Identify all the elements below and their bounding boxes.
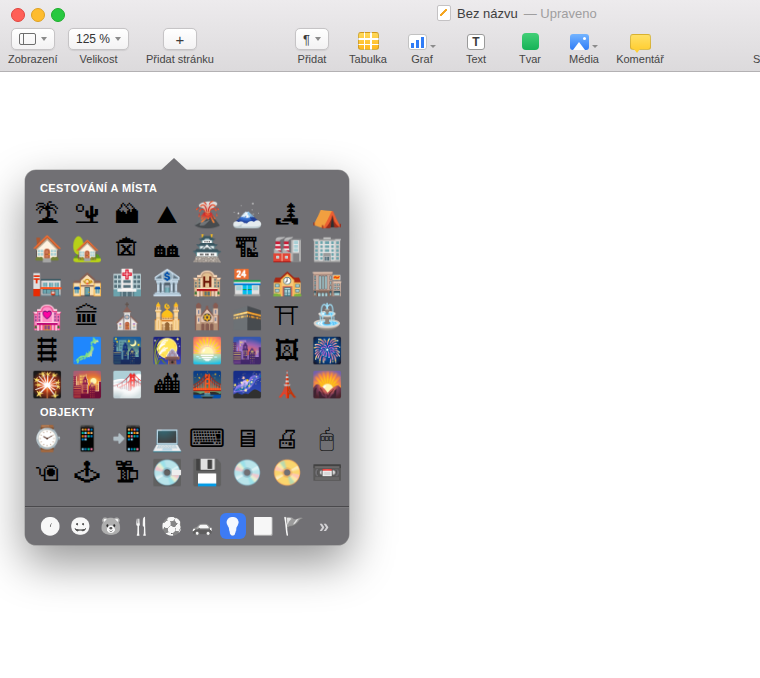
emoji-cell[interactable]: 🏣 [27, 265, 67, 299]
food-category-icon[interactable]: 🍴 [128, 513, 154, 539]
recents-category-icon[interactable]: 🕐 [37, 513, 63, 539]
emoji-cell[interactable]: 🖱 [307, 421, 347, 455]
shape-button[interactable]: Tvar [510, 28, 550, 65]
emoji-cell[interactable]: 🌄 [307, 367, 347, 401]
emoji-cell[interactable]: 🗜 [107, 455, 147, 489]
emoji-cell[interactable]: ⌚ [27, 421, 67, 455]
emoji-cell[interactable]: 🌇 [67, 367, 107, 401]
emoji-cell[interactable]: 🏘 [147, 231, 187, 265]
emoji-cell[interactable]: 💻 [147, 421, 187, 455]
emoji-cell[interactable]: 📲 [107, 421, 147, 455]
insert-label: Přidat [298, 53, 327, 65]
emoji-cell[interactable]: 🗾 [67, 333, 107, 367]
media-label: Média [569, 53, 599, 65]
emoji-cell[interactable]: 🌃 [107, 333, 147, 367]
emoji-cell[interactable]: 🏦 [147, 265, 187, 299]
emoji-cell[interactable]: ⛪ [107, 299, 147, 333]
emoji-cell[interactable]: 🏩 [27, 299, 67, 333]
insert-button[interactable]: ¶ Přidat [295, 28, 329, 65]
text-button[interactable]: T Text [456, 28, 496, 65]
zoom-button[interactable]: 125 % Velikost [68, 28, 129, 65]
emoji-cell[interactable]: 🌆 [227, 333, 267, 367]
chart-button[interactable]: Graf [402, 28, 442, 65]
smileys-glyph: 😀 [70, 518, 91, 535]
travel-category-icon[interactable]: 🚗 [189, 513, 215, 539]
add-page-button[interactable]: + Přidat stránku [146, 28, 214, 65]
emoji-cell[interactable]: 🏥 [107, 265, 147, 299]
smileys-category-icon[interactable]: 😀 [67, 513, 93, 539]
emoji-cell[interactable]: 🏤 [67, 265, 107, 299]
emoji-cell[interactable]: 🏡 [67, 231, 107, 265]
media-icon [570, 34, 589, 50]
emoji-cell[interactable]: 🏯 [187, 231, 227, 265]
comment-icon [630, 34, 651, 50]
emoji-cell[interactable]: 🏙 [147, 367, 187, 401]
media-button[interactable]: Média [562, 28, 606, 65]
emoji-cell[interactable]: 🕹 [67, 455, 107, 489]
emoji-cell[interactable]: 🎆 [307, 333, 347, 367]
shape-label: Tvar [519, 53, 541, 65]
emoji-cell[interactable]: 📱 [67, 421, 107, 455]
emoji-cell[interactable]: 🌋 [187, 197, 227, 231]
emoji-cell[interactable]: 💿 [227, 455, 267, 489]
emoji-cell[interactable]: 🕍 [187, 299, 227, 333]
emoji-cell[interactable]: 🌉 [187, 367, 227, 401]
animals-category-icon[interactable]: 🐻 [98, 513, 124, 539]
emoji-cell[interactable]: 🎑 [147, 333, 187, 367]
emoji-cell[interactable]: 🖨 [267, 421, 307, 455]
emoji-cell[interactable]: 🏔 [107, 197, 147, 231]
emoji-cell[interactable]: 🎇 [27, 367, 67, 401]
emoji-cell[interactable]: 🏭 [267, 231, 307, 265]
emoji-cell[interactable]: 🌌 [227, 367, 267, 401]
emoji-cell[interactable]: 🏫 [267, 265, 307, 299]
minimize-button[interactable] [31, 8, 45, 22]
emoji-cell[interactable]: 🏢 [307, 231, 347, 265]
comment-button[interactable]: Komentář [614, 28, 666, 65]
emoji-cell[interactable]: 🖲 [27, 455, 67, 489]
emoji-cell[interactable]: 💾 [187, 455, 227, 489]
emoji-category-bar: 🕐😀🐻🍴⚽🚗💡🔣🚩» [25, 507, 349, 545]
emoji-cell[interactable]: 🖥 [227, 421, 267, 455]
emoji-cell[interactable]: 🏗 [227, 231, 267, 265]
emoji-cell[interactable]: 🖼 [267, 333, 307, 367]
view-button[interactable]: Zobrazení [8, 28, 58, 65]
emoji-cell[interactable]: 💽 [147, 455, 187, 489]
chevron-down-icon [592, 45, 598, 48]
symbols-glyph: 🔣 [252, 518, 273, 535]
emoji-cell[interactable]: 🏪 [227, 265, 267, 299]
emoji-cell[interactable]: 📼 [307, 455, 347, 489]
emoji-cell[interactable]: 🌅 [187, 333, 227, 367]
emoji-cell[interactable]: 🏞 [267, 197, 307, 231]
emoji-cell[interactable]: 🕌 [147, 299, 187, 333]
emoji-cell[interactable]: ⛲ [307, 299, 347, 333]
table-button[interactable]: Tabulka [348, 28, 388, 65]
emoji-cell[interactable]: 📀 [267, 455, 307, 489]
emoji-cell[interactable]: 🕋 [227, 299, 267, 333]
emoji-cell[interactable]: 🏛 [67, 299, 107, 333]
emoji-cell[interactable]: 🏜 [67, 197, 107, 231]
emoji-cell[interactable]: ⛰ [147, 197, 187, 231]
animals-glyph: 🐻 [100, 518, 121, 535]
emoji-cell[interactable]: 🏝 [27, 197, 67, 231]
close-button[interactable] [11, 8, 25, 22]
zoom-window-button[interactable] [51, 8, 65, 22]
emoji-cell[interactable]: ⛺ [307, 197, 347, 231]
symbols-category-icon[interactable]: 🔣 [250, 513, 276, 539]
emoji-cell[interactable]: 🏬 [307, 265, 347, 299]
flags-category-icon[interactable]: 🚩 [281, 513, 307, 539]
chevron-down-icon [41, 37, 47, 41]
objects-category-icon[interactable]: 💡 [220, 513, 246, 539]
food-glyph: 🍴 [131, 518, 152, 535]
emoji-cell[interactable]: ⌨ [187, 421, 227, 455]
emoji-cell[interactable]: 🌁 [107, 367, 147, 401]
more-category-icon[interactable]: » [311, 513, 337, 539]
emoji-cell[interactable]: 🗻 [227, 197, 267, 231]
emoji-cell[interactable]: 🗼 [267, 367, 307, 401]
emoji-cell[interactable]: ⛩ [267, 299, 307, 333]
emoji-cell[interactable]: 🛤 [27, 333, 67, 367]
activity-category-icon[interactable]: ⚽ [159, 513, 185, 539]
window-modified-status: — Upraveno [524, 6, 597, 21]
emoji-cell[interactable]: 🏚 [107, 231, 147, 265]
emoji-cell[interactable]: 🏠 [27, 231, 67, 265]
emoji-cell[interactable]: 🏨 [187, 265, 227, 299]
